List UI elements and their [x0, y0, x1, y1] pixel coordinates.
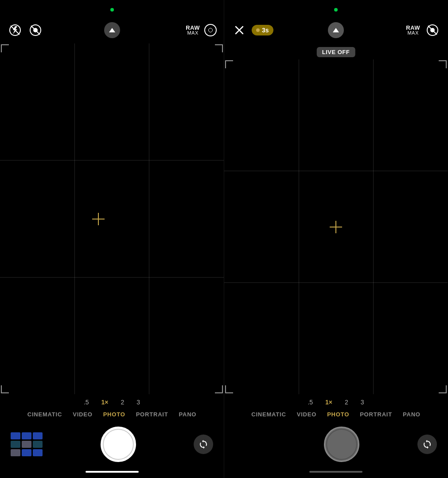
grid-h2-left	[0, 277, 224, 278]
thumb-row-3-left	[11, 449, 43, 456]
corner-tl-right	[225, 60, 233, 68]
raw-max-button-left[interactable]: RAW MAX	[186, 25, 200, 35]
timer-dot-right	[256, 28, 260, 32]
grid-h2-right	[224, 282, 448, 283]
live-photo-button-left[interactable]	[204, 24, 217, 36]
corner-tl-left	[1, 44, 9, 52]
toolbar-right-left: RAW MAX	[186, 24, 217, 36]
thumb-6	[33, 441, 43, 448]
svg-line-5	[31, 26, 40, 35]
thumb-4	[11, 441, 20, 448]
top-toolbar-left: RAW MAX	[0, 0, 224, 43]
flip-camera-button-right[interactable]	[417, 435, 437, 454]
mode-pano-left[interactable]: PANO	[179, 411, 196, 418]
corner-br-left	[215, 385, 223, 393]
zoom-05-right[interactable]: .5	[308, 399, 313, 406]
zoom-3-right[interactable]: 3	[361, 399, 364, 406]
shutter-button-right[interactable]	[324, 427, 359, 462]
zoom-2-right[interactable]: 2	[345, 399, 348, 406]
x-icon-right	[234, 25, 245, 35]
corner-tr-right	[439, 60, 447, 68]
corner-tr-left	[215, 44, 223, 52]
bottom-controls-right	[224, 422, 448, 469]
toolbar-right-right: RAW MAX	[406, 22, 440, 38]
timer-text-right: 3s	[262, 27, 269, 34]
focus-crosshair-right	[330, 221, 342, 233]
zoom-1x-right[interactable]: 1×	[325, 399, 332, 406]
photo-thumbnails-left[interactable]	[11, 432, 43, 456]
mode-photo-left[interactable]: PHOTO	[103, 411, 125, 418]
thumb-3	[33, 432, 43, 439]
thumb-row-2-left	[11, 441, 43, 448]
focus-crosshair-left	[92, 213, 105, 225]
mode-portrait-right[interactable]: PORTRAIT	[360, 411, 392, 418]
shutter-inner-right	[326, 429, 357, 460]
grid-v2-left	[149, 43, 149, 394]
thumb-row-1-left	[11, 432, 43, 439]
zoom-05-left[interactable]: .5	[84, 399, 89, 406]
x-button-right[interactable]	[231, 22, 247, 38]
mode-cinematic-left[interactable]: CINEMATIC	[27, 411, 62, 418]
max-label-right: MAX	[407, 31, 418, 35]
grid-overlay-left	[0, 43, 224, 394]
thumb-9	[33, 449, 43, 456]
grid-v2-right	[373, 59, 374, 394]
shutter-button-left[interactable]	[101, 427, 136, 462]
zoom-3-left[interactable]: 3	[136, 399, 140, 406]
bottom-controls-left	[0, 422, 224, 469]
mode-photo-right[interactable]: PHOTO	[327, 411, 349, 418]
mode-selector-left: CINEMATIC VIDEO PHOTO PORTRAIT PANO	[0, 408, 224, 422]
corner-bl-right	[225, 385, 233, 393]
toolbar-center-right	[328, 22, 344, 38]
chevron-up-button-right[interactable]	[328, 22, 344, 38]
grid-h1-left	[0, 160, 224, 161]
chevron-up-icon-right	[333, 28, 339, 32]
live-off-container: LIVE OFF	[224, 43, 448, 59]
timer-badge-right[interactable]: 3s	[252, 25, 273, 35]
flip-icon-right	[422, 439, 432, 450]
svg-marker-2	[13, 26, 17, 34]
zoom-controls-right: .5 1× 2 3	[224, 394, 448, 408]
zoom-1x-left[interactable]: 1×	[101, 399, 109, 406]
mode-video-left[interactable]: VIDEO	[73, 411, 92, 418]
grid-h1-right	[224, 171, 448, 171]
home-indicator-left	[0, 469, 224, 478]
viewfinder-right[interactable]	[224, 59, 448, 394]
zoom-2-left[interactable]: 2	[121, 399, 125, 406]
toolbar-left-left	[7, 22, 43, 38]
left-panel: RAW MAX .5 1× 2 3 CINEMATI	[0, 0, 224, 478]
live-off-button[interactable]	[27, 22, 43, 38]
chevron-up-button-left[interactable]	[104, 22, 120, 38]
home-indicator-right	[224, 469, 448, 478]
live-off-button-right[interactable]	[425, 22, 440, 38]
mode-video-right[interactable]: VIDEO	[297, 411, 316, 418]
raw-max-button-right[interactable]: RAW MAX	[406, 25, 420, 35]
max-label-left: MAX	[187, 31, 198, 35]
home-bar-left	[86, 471, 139, 473]
grid-v1-left	[74, 43, 75, 394]
flip-icon-left	[198, 439, 209, 450]
flip-camera-button-left[interactable]	[194, 435, 213, 454]
mode-cinematic-right[interactable]: CINEMATIC	[251, 411, 286, 418]
top-toolbar-right: 3s RAW MAX	[224, 0, 448, 43]
flash-off-button[interactable]	[7, 22, 23, 38]
live-off-badge-right: LIVE OFF	[317, 47, 355, 57]
right-panel: 3s RAW MAX LIVE OFF	[224, 0, 448, 478]
mode-pano-right[interactable]: PANO	[403, 411, 421, 418]
home-bar-right	[309, 471, 362, 473]
toolbar-left-right: 3s	[231, 22, 273, 38]
viewfinder-left[interactable]	[0, 43, 224, 394]
mode-portrait-left[interactable]: PORTRAIT	[136, 411, 168, 418]
thumb-7	[11, 449, 20, 456]
toolbar-center-left	[104, 22, 120, 38]
corner-br-right	[439, 385, 447, 393]
mode-selector-right: CINEMATIC VIDEO PHOTO PORTRAIT PANO	[224, 408, 448, 422]
thumb-5	[22, 441, 31, 448]
svg-line-10	[428, 26, 437, 35]
thumb-8	[22, 449, 31, 456]
thumb-1	[11, 432, 20, 439]
live-photo-icon-left	[208, 28, 213, 32]
grid-v1-right	[299, 59, 299, 394]
zoom-controls-left: .5 1× 2 3	[0, 394, 224, 408]
chevron-up-icon-left	[109, 28, 115, 32]
